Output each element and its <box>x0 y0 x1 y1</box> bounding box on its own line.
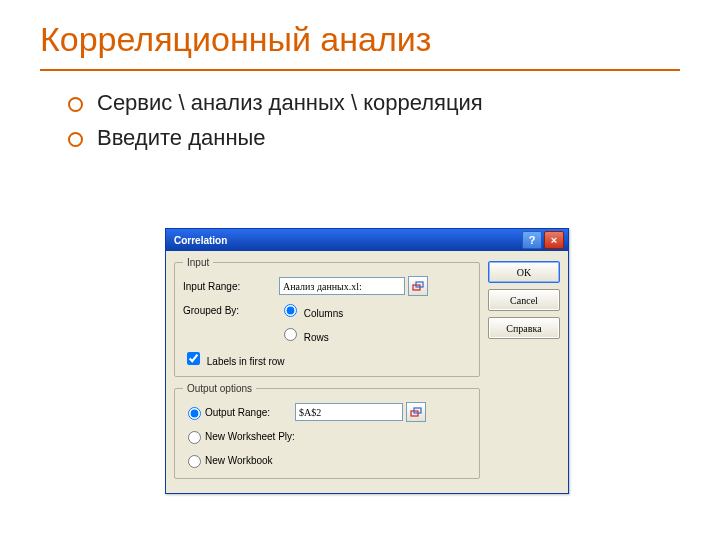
ok-button[interactable]: OK <box>488 261 560 283</box>
input-range-label: Input Range: <box>183 281 279 292</box>
range-picker-icon[interactable] <box>406 402 426 422</box>
new-worksheet-option[interactable]: New Worksheet Ply: <box>183 428 295 444</box>
range-picker-icon[interactable] <box>408 276 428 296</box>
grouped-by-label: Grouped By: <box>183 305 279 316</box>
list-item: Введите данные <box>68 124 660 153</box>
labels-checkbox[interactable] <box>187 352 200 365</box>
help-button[interactable]: Справка <box>488 317 560 339</box>
labels-first-row-option[interactable]: Labels in first row <box>183 349 285 368</box>
output-range-radio[interactable] <box>188 407 201 420</box>
output-range-option[interactable]: Output Range: <box>183 404 295 420</box>
dialog-body: Input Input Range: Grouped By: <box>166 251 568 493</box>
new-workbook-radio[interactable] <box>188 455 201 468</box>
output-range-label: Output Range: <box>205 407 270 418</box>
input-range-field[interactable] <box>279 277 405 295</box>
bullet-text: Введите данные <box>97 124 266 153</box>
slide-title: Корреляционный анализ <box>0 0 720 65</box>
input-legend: Input <box>183 257 213 268</box>
grouped-by-rows-option[interactable]: Rows <box>279 325 329 343</box>
output-group: Output options Output Range: <box>174 383 480 479</box>
new-worksheet-label: New Worksheet Ply: <box>205 431 295 442</box>
columns-radio-label: Columns <box>304 308 343 319</box>
grouped-by-columns-option[interactable]: Columns <box>279 301 343 319</box>
new-worksheet-radio[interactable] <box>188 431 201 444</box>
rows-radio[interactable] <box>284 328 297 341</box>
bullet-list: Сервис \ анализ данных \ корреляция Введ… <box>0 89 720 152</box>
columns-radio[interactable] <box>284 304 297 317</box>
input-group: Input Input Range: Grouped By: <box>174 257 480 377</box>
output-legend: Output options <box>183 383 256 394</box>
output-range-field[interactable] <box>295 403 403 421</box>
new-workbook-option[interactable]: New Workbook <box>183 452 273 468</box>
bullet-icon <box>68 132 83 147</box>
close-icon[interactable]: × <box>544 231 564 249</box>
labels-checkbox-label: Labels in first row <box>207 356 285 367</box>
list-item: Сервис \ анализ данных \ корреляция <box>68 89 660 118</box>
help-icon[interactable]: ? <box>522 231 542 249</box>
dialog-titlebar[interactable]: Correlation ? × <box>166 229 568 251</box>
cancel-button[interactable]: Cancel <box>488 289 560 311</box>
title-underline <box>40 69 680 71</box>
correlation-dialog: Correlation ? × Input Input Range: Gro <box>165 228 569 494</box>
dialog-title: Correlation <box>170 235 227 246</box>
rows-radio-label: Rows <box>304 332 329 343</box>
new-workbook-label: New Workbook <box>205 455 273 466</box>
bullet-icon <box>68 97 83 112</box>
bullet-text: Сервис \ анализ данных \ корреляция <box>97 89 483 118</box>
